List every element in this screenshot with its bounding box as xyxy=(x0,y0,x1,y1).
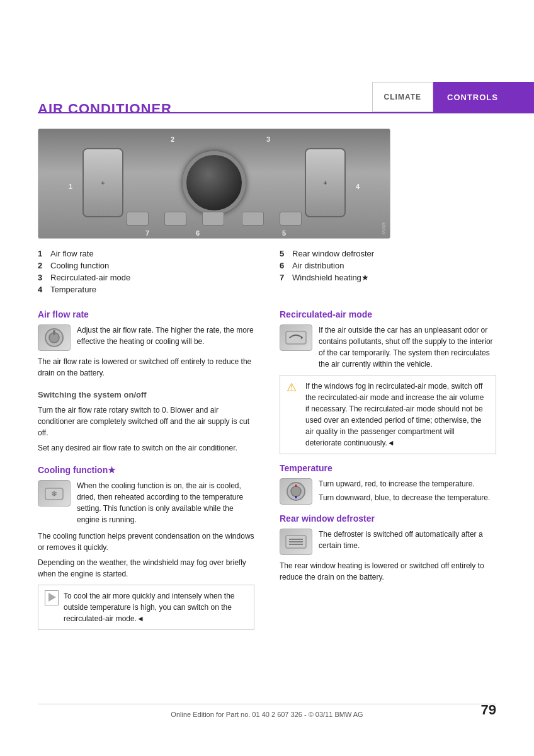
list-item: 6 Air distribution xyxy=(280,261,496,270)
rear-window-text2: The rear window heating is lowered or sw… xyxy=(280,560,496,583)
svg-text:❄: ❄ xyxy=(51,490,57,498)
rear-window-heading: Rear window defroster xyxy=(280,513,496,524)
cooling-icon: ❄ xyxy=(38,480,71,507)
air-flow-text2: The air flow rate is lowered or switched… xyxy=(38,356,254,379)
item-label: Cooling function xyxy=(50,261,109,270)
two-column-layout: Air flow rate Adjust the air flow rate. … xyxy=(38,309,496,635)
list-item: 7 Windshield heating★ xyxy=(280,273,496,282)
air-flow-icon xyxy=(38,324,71,351)
item-number: 4 xyxy=(38,285,47,294)
air-flow-rate-heading: Air flow rate xyxy=(38,309,254,319)
item-label: Recirculated-air mode xyxy=(50,273,130,282)
right-column: Recirculated-air mode If the air outside… xyxy=(280,309,496,635)
page-number: 79 xyxy=(481,702,496,718)
list-item: 2 Cooling function xyxy=(38,261,254,270)
recirculated-air-heading: Recirculated-air mode xyxy=(280,309,496,319)
controls-tab[interactable]: CONTROLS xyxy=(433,82,534,112)
item-label: Air flow rate xyxy=(50,249,94,258)
switching-heading: Switching the system on/off xyxy=(38,390,254,399)
rear-window-text1: The defroster is switched off automatica… xyxy=(319,529,496,551)
item-label: Air distribution xyxy=(292,261,344,270)
temperature-heading: Temperature xyxy=(280,463,496,473)
list-item: 3 Recirculated-air mode xyxy=(38,273,254,282)
item-number xyxy=(280,285,288,294)
header-divider xyxy=(38,112,534,113)
main-content: AIR CONDITIONER + + 1 2 3 4 xyxy=(0,63,534,673)
left-column: Air flow rate Adjust the air flow rate. … xyxy=(38,309,254,635)
item-label: Temperature xyxy=(50,285,96,294)
switching-text2: Set any desired air flow rate to switch … xyxy=(38,442,254,454)
switching-text1: Turn the air flow rate rotary switch to … xyxy=(38,404,254,438)
cooling-text3: Depending on the weather, the windshield… xyxy=(38,557,254,580)
item-number: 2 xyxy=(38,261,47,270)
climate-tab[interactable]: CLIMATE xyxy=(372,82,433,112)
svg-rect-2 xyxy=(53,330,55,335)
item-label: Windshield heating★ xyxy=(292,273,369,282)
cooling-note-text: To cool the air more quickly and intense… xyxy=(64,590,247,624)
header-tabs: CLIMATE CONTROLS xyxy=(372,82,534,112)
svg-point-7 xyxy=(291,486,301,496)
cooling-function-heading: Cooling function★ xyxy=(38,465,254,475)
item-number: 1 xyxy=(38,249,47,258)
cooling-text1: When the cooling function is on, the air… xyxy=(77,480,254,525)
temperature-text2: Turn downward, blue, to decrease the tem… xyxy=(319,492,490,503)
footer-text: Online Edition for Part no. 01 40 2 607 … xyxy=(171,711,363,718)
item-number: 6 xyxy=(280,261,288,270)
item-number: 5 xyxy=(280,249,288,258)
recirculated-warning-text: If the windows fog in recirculated-air m… xyxy=(305,381,489,449)
climate-label: CLIMATE xyxy=(384,93,421,101)
warning-triangle-icon: ⚠ xyxy=(287,381,300,394)
recirculated-air-text1: If the air outside the car has an unplea… xyxy=(319,324,496,370)
note-triangle-icon xyxy=(45,590,59,605)
cooling-text2: The cooling function helps prevent conde… xyxy=(38,530,254,553)
air-flow-text1: Adjust the air flow rate. The higher the… xyxy=(77,324,254,347)
item-number: 3 xyxy=(38,273,47,282)
temperature-text1: Turn upward, red, to increase the temper… xyxy=(319,478,490,490)
recirculated-air-icon xyxy=(280,324,312,351)
footer: Online Edition for Part no. 01 40 2 607 … xyxy=(38,704,496,718)
recirculated-air-row: If the air outside the car has an unplea… xyxy=(280,324,496,370)
rear-window-icon xyxy=(280,529,312,555)
numbered-items-list: 1 Air flow rate 5 Rear window defroster … xyxy=(38,249,496,294)
temperature-row: Turn upward, red, to increase the temper… xyxy=(280,478,496,505)
rear-window-row: The defroster is switched off automatica… xyxy=(280,529,496,555)
recirculated-warning: ⚠ If the windows fog in recirculated-air… xyxy=(280,375,496,454)
air-flow-rate-row: Adjust the air flow rate. The higher the… xyxy=(38,324,254,351)
item-label: Rear window defroster xyxy=(292,249,374,258)
temperature-icon xyxy=(280,478,312,505)
list-item xyxy=(280,285,496,294)
svg-rect-5 xyxy=(286,331,306,344)
controls-label: CONTROLS xyxy=(447,93,498,102)
cooling-note: To cool the air more quickly and intense… xyxy=(38,585,254,630)
item-number: 7 xyxy=(280,273,288,282)
list-item: 4 Temperature xyxy=(38,285,254,294)
list-item: 1 Air flow rate xyxy=(38,249,254,258)
list-item: 5 Rear window defroster xyxy=(280,249,496,258)
car-dashboard-image: + + 1 2 3 4 5 6 7 BMW xyxy=(38,129,390,239)
cooling-function-row: ❄ When the cooling function is on, the a… xyxy=(38,480,254,525)
